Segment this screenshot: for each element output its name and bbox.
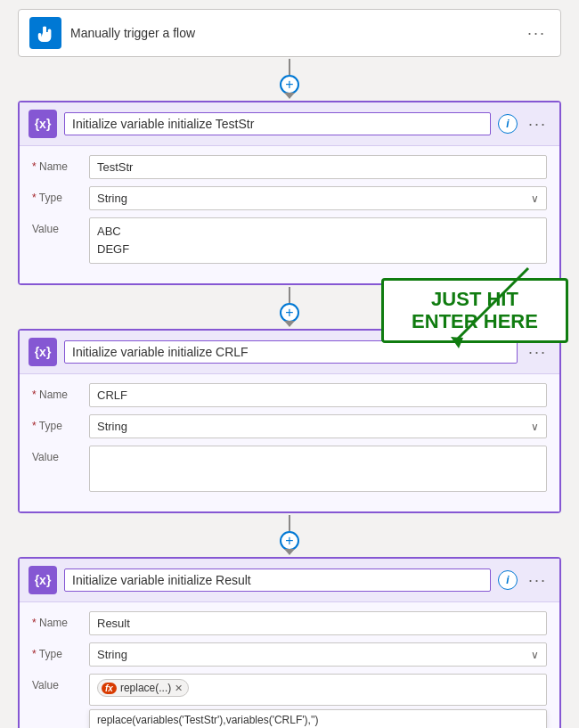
connector-2-wrapper: + JUST HIT ENTER HERE <box>18 285 561 329</box>
block-result-header: {x} Initialize variable initialize Resul… <box>20 559 559 602</box>
token-label: replace(...) <box>120 682 171 694</box>
block-result-body: Name Type String ∨ Value fx replace(...) <box>20 602 559 728</box>
var-icon-label-2: {x} <box>35 345 52 359</box>
arrow-2 <box>284 321 295 327</box>
value-row-1: Value ABC DEGF <box>32 217 547 264</box>
add-step-button-3[interactable]: + <box>280 531 299 551</box>
type-row-3: Type String ∨ <box>32 642 547 667</box>
type-label-1: Type <box>32 186 82 204</box>
value-row-2: Value <box>32 446 547 492</box>
block-crlf-body: Name Type String ∨ Value <box>20 374 559 511</box>
formula-tooltip-3: replace(variables('TestStr'),variables('… <box>89 709 547 728</box>
annotation-box: JUST HIT ENTER HERE <box>381 278 568 343</box>
connector-line-3 <box>289 515 290 531</box>
info-button-3[interactable]: i <box>498 570 518 590</box>
block-result: {x} Initialize variable initialize Resul… <box>18 557 561 728</box>
info-icon-1: i <box>506 118 509 130</box>
chevron-icon-2: ∨ <box>531 421 539 433</box>
trigger-more-button[interactable]: ··· <box>524 22 550 45</box>
type-label-3: Type <box>32 642 82 660</box>
annotation-line2: ENTER HERE <box>395 310 555 332</box>
fx-icon: fx <box>102 683 117 694</box>
name-input-3[interactable] <box>89 611 547 635</box>
var-icon-3: {x} <box>29 566 57 594</box>
block3-more-button[interactable]: ··· <box>525 569 550 592</box>
block-teststr-body: Name Type String ∨ Value ABC DEGF <box>20 146 559 283</box>
type-value-3: String <box>97 648 127 661</box>
token-close-button[interactable]: ✕ <box>175 683 183 694</box>
type-row-1: Type String ∨ <box>32 186 547 210</box>
plus-icon-2: + <box>285 305 293 321</box>
name-row-2: Name <box>32 383 547 407</box>
token-chip-3[interactable]: fx replace(...) ✕ <box>97 679 189 697</box>
arrow-3 <box>284 549 295 555</box>
name-label-1: Name <box>32 155 82 173</box>
chevron-icon-1: ∨ <box>531 192 539 205</box>
trigger-icon <box>29 17 61 49</box>
block-teststr-title: Initialize variable initialize TestStr <box>64 112 491 135</box>
type-row-2: Type String ∨ <box>32 414 547 438</box>
block-result-title: Initialize variable initialize Result <box>64 568 491 592</box>
value-line-1-0: ABC <box>97 223 539 241</box>
add-step-button-2[interactable]: + <box>280 303 299 323</box>
info-icon-3: i <box>506 574 509 586</box>
var-icon-1: {x} <box>29 110 57 138</box>
type-value-2: String <box>97 420 127 433</box>
value-input-area-3[interactable]: fx replace(...) ✕ <box>89 674 547 706</box>
value-field-3: fx replace(...) ✕ replace(variables('Tes… <box>89 674 547 728</box>
connector-1: + <box>280 59 299 99</box>
block2-more-button[interactable]: ··· <box>525 341 550 364</box>
trigger-title: Manually trigger a flow <box>70 26 515 40</box>
type-value-1: String <box>97 192 127 205</box>
var-icon-label-1: {x} <box>35 117 52 131</box>
var-icon-label-3: {x} <box>35 573 52 587</box>
type-select-1[interactable]: String ∨ <box>89 186 547 210</box>
var-icon-2: {x} <box>29 338 57 366</box>
value-label-3: Value <box>32 674 82 691</box>
name-row-3: Name <box>32 611 547 635</box>
value-row-3: Value fx replace(...) ✕ replace(variable… <box>32 674 547 728</box>
connector-3: + <box>280 515 299 555</box>
name-input-2[interactable] <box>89 383 547 407</box>
plus-icon-1: + <box>285 77 293 93</box>
value-textarea-1[interactable]: ABC DEGF <box>89 217 547 264</box>
info-button-1[interactable]: i <box>498 114 518 134</box>
value-line-1-1: DEGF <box>97 241 539 258</box>
type-label-2: Type <box>32 414 82 432</box>
svg-rect-0 <box>43 27 46 34</box>
block-crlf-title: Initialize variable initialize CRLF <box>64 340 518 364</box>
connector-line <box>289 59 290 75</box>
block-teststr: {x} Initialize variable initialize TestS… <box>18 101 561 285</box>
name-input-1[interactable] <box>89 155 547 179</box>
flow-canvas: Manually trigger a flow ··· + {x} Initia… <box>0 0 579 728</box>
connector-line-2 <box>289 287 290 303</box>
name-label-2: Name <box>32 383 82 401</box>
add-step-button-1[interactable]: + <box>280 75 299 94</box>
block-teststr-header: {x} Initialize variable initialize TestS… <box>20 102 559 146</box>
chevron-icon-3: ∨ <box>531 649 539 661</box>
name-label-3: Name <box>32 611 82 629</box>
block1-more-button[interactable]: ··· <box>525 113 550 135</box>
block-crlf: {x} Initialize variable initialize CRLF … <box>18 329 561 513</box>
annotation-line1: JUST HIT <box>395 288 555 310</box>
plus-icon-3: + <box>285 533 293 549</box>
type-select-3[interactable]: String ∨ <box>89 642 547 667</box>
name-row-1: Name <box>32 155 547 179</box>
value-textarea-2[interactable] <box>89 446 547 492</box>
hand-icon <box>36 23 55 43</box>
value-label-2: Value <box>32 446 82 463</box>
trigger-block: Manually trigger a flow ··· <box>18 9 561 57</box>
type-select-2[interactable]: String ∨ <box>89 414 547 438</box>
arrow-1 <box>284 93 295 99</box>
value-label-1: Value <box>32 217 82 235</box>
